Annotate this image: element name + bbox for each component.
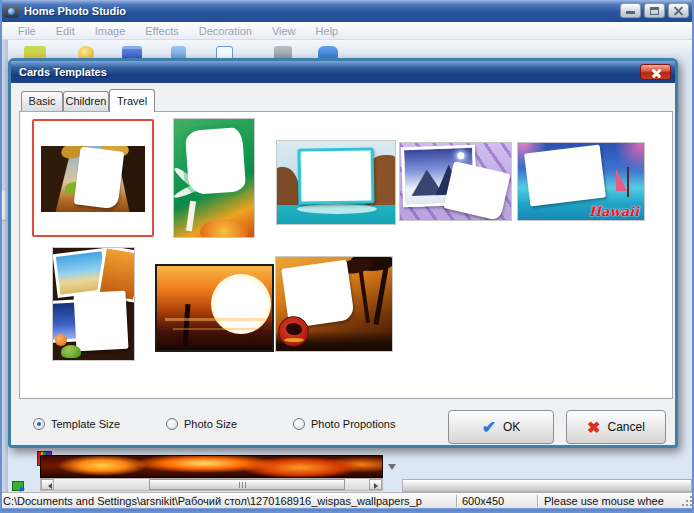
tab-basic[interactable]: Basic xyxy=(21,91,63,111)
window-title: Home Photo Studio xyxy=(24,5,126,17)
left-toolbar-rail xyxy=(0,40,8,492)
hawaii-caption: Hawaii xyxy=(589,204,639,219)
cross-icon: ✖ xyxy=(587,418,600,437)
radio-photo-size[interactable]: Photo Size xyxy=(166,418,237,430)
app-window: Home Photo Studio File Edit Image Effect… xyxy=(0,0,694,513)
minimize-icon xyxy=(626,11,635,14)
template-winter-mountains-frame[interactable] xyxy=(399,142,512,221)
close-button[interactable] xyxy=(668,3,689,18)
template-ocean-rocks-frame[interactable] xyxy=(276,140,396,225)
bottom-right-panel xyxy=(402,479,692,492)
cancel-button-label: Cancel xyxy=(608,420,645,434)
cancel-button[interactable]: ✖ Cancel xyxy=(566,410,666,444)
scrollbar-thumb[interactable] xyxy=(149,479,345,490)
template-sunset-palms-badge-frame[interactable] xyxy=(275,256,393,352)
titlebar: Home Photo Studio xyxy=(0,0,694,22)
scroll-left-button[interactable] xyxy=(41,479,54,490)
window-bottom-edge xyxy=(0,508,694,513)
dropdown-arrow-icon[interactable] xyxy=(388,464,396,474)
template-sunset-sun-circle-frame[interactable] xyxy=(155,264,274,352)
radio-photo-propotions[interactable]: Photo Propotions xyxy=(293,418,395,430)
template-beach-collage-frame[interactable] xyxy=(52,247,135,361)
gray-tool-icon[interactable] xyxy=(274,46,292,58)
radio-unselected-icon xyxy=(293,418,305,430)
menu-effects[interactable]: Effects xyxy=(135,25,188,37)
resize-grip[interactable] xyxy=(682,496,692,506)
new-image-icon[interactable] xyxy=(12,481,24,491)
template-green-tropical-frame[interactable] xyxy=(173,118,255,238)
horizontal-scrollbar[interactable] xyxy=(40,478,383,491)
menu-image[interactable]: Image xyxy=(85,25,136,37)
sun-circle-frame xyxy=(211,274,271,334)
menu-file[interactable]: File xyxy=(8,25,46,37)
windsurf-sail xyxy=(616,169,627,191)
minimize-button[interactable] xyxy=(620,3,641,18)
templates-panel: Hawaii xyxy=(19,111,673,399)
camera-app-icon xyxy=(4,5,19,18)
save-floppy-icon[interactable] xyxy=(122,46,142,58)
tab-children[interactable]: Children xyxy=(63,91,109,111)
red-badge xyxy=(278,316,309,347)
cards-templates-dialog: Cards Templates Basic Children Travel xyxy=(8,58,678,448)
statusbar: C:\Documents and Settings\arsnikit\Рабоч… xyxy=(0,492,694,508)
tab-travel[interactable]: Travel xyxy=(109,89,155,112)
dialog-titlebar: Cards Templates xyxy=(11,61,675,83)
maximize-button[interactable] xyxy=(644,3,665,18)
radio-template-size[interactable]: Template Size xyxy=(33,418,120,430)
blue-tool-icon[interactable] xyxy=(171,46,186,58)
dialog-title: Cards Templates xyxy=(19,66,107,78)
toolbar xyxy=(0,40,694,58)
menubar: File Edit Image Effects Decoration View … xyxy=(0,22,694,40)
ok-button-label: OK xyxy=(503,420,520,434)
toolbar-grip[interactable] xyxy=(2,190,6,220)
open-folder-icon[interactable] xyxy=(24,46,46,58)
yellow-tool-icon[interactable] xyxy=(78,46,94,58)
status-hint-message: Please use mouse whee xyxy=(538,495,676,507)
template-palm-beach-frame[interactable] xyxy=(32,119,154,237)
ok-button[interactable]: ✔ OK xyxy=(448,410,554,444)
template-hawaii-frame[interactable]: Hawaii xyxy=(517,142,645,221)
menu-help[interactable]: Help xyxy=(306,25,349,37)
check-icon: ✔ xyxy=(482,417,496,438)
status-file-path: C:\Documents and Settings\arsnikit\Рабоч… xyxy=(0,495,456,507)
new-page-icon[interactable] xyxy=(216,46,233,58)
menu-view[interactable]: View xyxy=(262,25,306,37)
turtle-shape xyxy=(61,345,81,358)
open-photo-fire-wallpaper[interactable] xyxy=(40,455,383,478)
menu-edit[interactable]: Edit xyxy=(46,25,85,37)
maximize-icon xyxy=(650,7,659,15)
radio-unselected-icon xyxy=(166,418,178,430)
blue-round-tool-icon[interactable] xyxy=(318,46,338,58)
status-image-dimensions: 600x450 xyxy=(457,495,537,507)
menu-decoration[interactable]: Decoration xyxy=(189,25,262,37)
radio-selected-icon xyxy=(33,418,45,430)
scroll-right-button[interactable] xyxy=(369,479,382,490)
window-controls xyxy=(620,3,689,18)
dialog-close-button[interactable] xyxy=(640,64,671,80)
